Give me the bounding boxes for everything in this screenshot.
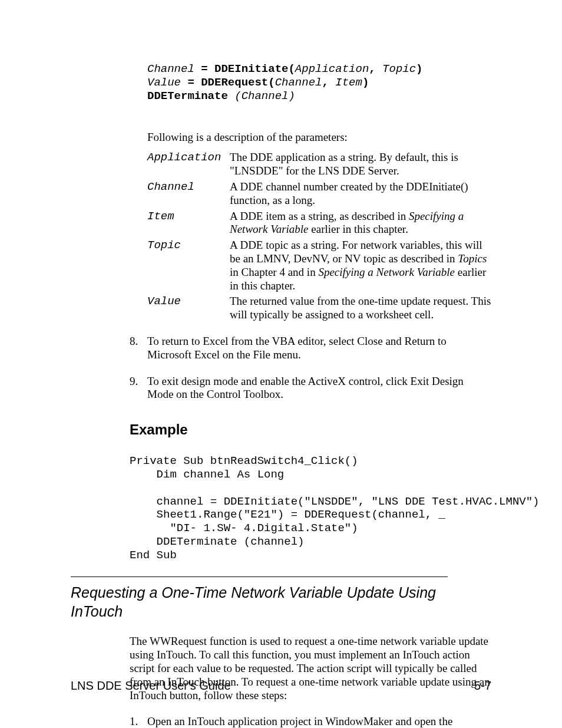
param-desc: The returned value from the one-time upd… <box>230 295 491 322</box>
parameter-table: Application The DDE application as a str… <box>147 151 491 322</box>
code-token: Item <box>335 76 362 89</box>
code-token: = DDEInitiate( <box>194 62 295 75</box>
code-token: ) <box>362 76 369 89</box>
text: earlier in this chapter. <box>309 223 408 235</box>
list-item: 8. To return to Excel from the VBA edito… <box>130 335 491 362</box>
code-syntax: Channel = DDEInitiate(Application, Topic… <box>147 62 491 103</box>
code-token: , <box>369 62 382 75</box>
param-row: Channel A DDE channel number created by … <box>147 180 491 207</box>
code-token: Value <box>147 76 181 89</box>
list-number: 1. <box>130 715 147 728</box>
param-name: Item <box>147 210 230 223</box>
param-name: Value <box>147 295 230 308</box>
text-italic: Specifying a Network Variable <box>318 266 455 278</box>
code-token: DDETerminate <box>147 90 234 103</box>
list-number: 9. <box>130 375 147 402</box>
param-row: Topic A DDE topic as a string. For netwo… <box>147 239 491 292</box>
param-name: Channel <box>147 180 230 194</box>
list-item: 1. Open an InTouch application project i… <box>130 715 491 728</box>
text-italic: Topics <box>458 252 487 265</box>
param-name: Topic <box>147 239 230 252</box>
list-item: 9. To exit design mode and enable the Ac… <box>130 375 491 402</box>
param-desc: A DDE item as a string, as described in … <box>230 210 491 237</box>
footer-page-number: 5-7 <box>474 679 491 693</box>
section-title: Requesting a One-Time Network Variable U… <box>71 583 491 621</box>
code-token: Topic <box>382 62 416 75</box>
footer-title: LNS DDE Server User's Guide <box>71 679 231 693</box>
code-token: Channel <box>275 76 322 89</box>
list-number: 8. <box>130 335 147 362</box>
text: A DDE item as a string, as described in <box>230 210 409 222</box>
section-divider <box>71 577 448 577</box>
param-desc: The DDE application as a string. By defa… <box>230 151 491 178</box>
list-text: Open an InTouch application project in W… <box>147 715 491 728</box>
text: in Chapter 4 and in <box>230 266 318 278</box>
param-desc: A DDE channel number created by the DDEI… <box>230 180 491 207</box>
list-text: To return to Excel from the VBA editor, … <box>147 335 491 362</box>
param-name: Application <box>147 151 230 164</box>
code-token: ) <box>416 62 422 75</box>
code-token: = DDERequest( <box>181 76 275 89</box>
code-token: , <box>322 76 335 89</box>
code-token: Channel) <box>242 90 295 103</box>
document-page: Channel = DDEInitiate(Application, Topic… <box>0 0 562 728</box>
param-row: Value The returned value from the one-ti… <box>147 295 491 322</box>
list-text: To exit design mode and enable the Activ… <box>147 375 491 402</box>
text: A DDE topic as a string. For network var… <box>230 239 482 265</box>
code-token: Application <box>295 62 369 75</box>
page-footer: LNS DDE Server User's Guide 5-7 <box>71 679 491 693</box>
example-code-block: Private Sub btnReadSwitch4_Click() Dim c… <box>130 454 491 562</box>
code-token: ( <box>234 90 241 103</box>
example-heading: Example <box>130 421 491 438</box>
code-token: Channel <box>147 62 194 75</box>
param-row: Application The DDE application as a str… <box>147 151 491 178</box>
param-desc: A DDE topic as a string. For network var… <box>230 239 491 292</box>
param-row: Item A DDE item as a string, as describe… <box>147 210 491 237</box>
intro-text: Following is a description of the parame… <box>147 131 491 144</box>
